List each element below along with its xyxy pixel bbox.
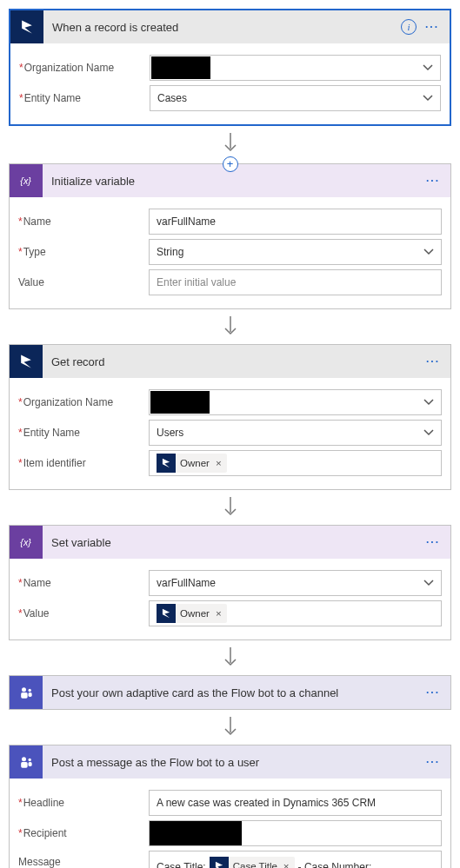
post-message-card[interactable]: Post a message as the Flow bot to a user…: [9, 745, 451, 868]
entity-name-label: Entity Name: [19, 92, 150, 104]
post-message-header[interactable]: Post a message as the Flow bot to a user…: [10, 745, 450, 779]
trigger-header[interactable]: When a record is created i ···: [10, 10, 450, 43]
get-record-card[interactable]: Get record ··· Organization Name Entity …: [9, 344, 451, 490]
get-record-header[interactable]: Get record ···: [10, 345, 450, 378]
dynamics-icon: [210, 857, 229, 868]
connector-arrow: [9, 490, 451, 525]
svg-text:{x}: {x}: [20, 537, 31, 547]
redacted-value: [150, 391, 210, 414]
chevron-down-icon: [423, 397, 434, 407]
more-menu[interactable]: ···: [423, 21, 441, 33]
svg-point-11: [22, 757, 26, 761]
type-select[interactable]: String: [149, 239, 442, 265]
more-menu[interactable]: ···: [424, 536, 442, 548]
post-adaptive-title: Post your own adaptive card as the Flow …: [43, 686, 424, 699]
remove-token-icon[interactable]: ×: [214, 608, 222, 619]
svg-rect-13: [21, 762, 28, 768]
value-label: Value: [18, 276, 149, 288]
set-var-header[interactable]: {x} Set variable ···: [10, 526, 450, 559]
value-input[interactable]: Enter initial value: [149, 269, 442, 295]
item-id-input[interactable]: Owner ×: [149, 450, 442, 476]
svg-point-7: [29, 689, 31, 692]
redacted-value: [151, 56, 210, 79]
svg-point-12: [29, 759, 31, 761]
connector-arrow: [9, 126, 451, 161]
variable-icon: {x}: [10, 164, 43, 197]
chevron-down-icon: [423, 93, 433, 103]
svg-text:{x}: {x}: [20, 176, 31, 186]
connector-arrow: [9, 309, 451, 344]
type-label: Type: [18, 246, 149, 258]
dynamics-icon: [10, 10, 43, 43]
redacted-value: [150, 821, 242, 845]
remove-token-icon[interactable]: ×: [282, 857, 290, 869]
info-icon[interactable]: i: [401, 19, 417, 35]
message-text: - Case Number:: [298, 857, 372, 868]
dynamic-token[interactable]: Owner ×: [157, 604, 227, 623]
trigger-card[interactable]: When a record is created i ··· Organizat…: [9, 9, 451, 126]
set-var-title: Set variable: [43, 536, 424, 549]
more-menu[interactable]: ···: [424, 756, 442, 768]
value-label: Value: [18, 607, 149, 620]
entity-name-select[interactable]: Cases: [150, 85, 441, 111]
svg-point-6: [22, 687, 26, 692]
org-name-label: Organization Name: [18, 396, 149, 408]
recipient-input[interactable]: [149, 820, 442, 846]
org-name-label: Organization Name: [19, 62, 150, 74]
connector-arrow: [9, 710, 451, 745]
chevron-down-icon: [423, 63, 433, 73]
entity-name-value: Cases: [157, 92, 187, 104]
message-label: Message: [18, 851, 149, 868]
headline-input[interactable]: A new case was created in Dynamics 365 C…: [149, 790, 442, 816]
headline-label: Headline: [18, 797, 149, 809]
entity-name-select[interactable]: Users: [149, 420, 442, 446]
more-menu[interactable]: ···: [424, 686, 442, 699]
org-name-select[interactable]: [150, 55, 441, 81]
chevron-down-icon: [423, 247, 434, 257]
chevron-down-icon: [423, 427, 434, 438]
remove-token-icon[interactable]: ×: [214, 458, 222, 468]
init-var-title: Initialize variable: [43, 175, 424, 188]
dynamics-icon: [157, 454, 176, 473]
message-text: Case Title:: [157, 857, 206, 868]
trigger-title: When a record is created: [43, 21, 401, 34]
svg-rect-8: [21, 692, 28, 699]
dynamics-icon: [157, 604, 176, 623]
org-name-select[interactable]: [149, 389, 442, 415]
name-input[interactable]: varFullName: [149, 209, 442, 235]
dynamic-token[interactable]: Owner ×: [157, 454, 227, 473]
trigger-body: Organization Name Entity Name Cases: [10, 43, 450, 124]
chevron-down-icon: [423, 578, 434, 588]
get-record-title: Get record: [43, 355, 424, 368]
svg-rect-14: [29, 762, 32, 766]
message-input[interactable]: Case Title: Case Title × - Case Number: …: [149, 851, 442, 868]
item-id-label: Item identifier: [18, 457, 149, 469]
post-message-title: Post a message as the Flow bot to a user: [43, 756, 424, 769]
teams-icon: [10, 745, 43, 779]
value-input[interactable]: Owner ×: [149, 600, 442, 626]
more-menu[interactable]: ···: [424, 355, 442, 368]
name-select[interactable]: varFullName: [149, 570, 442, 596]
entity-name-label: Entity Name: [18, 427, 149, 439]
post-adaptive-card[interactable]: Post your own adaptive card as the Flow …: [9, 675, 451, 710]
add-step-button[interactable]: +: [223, 156, 238, 172]
recipient-label: Recipient: [18, 827, 149, 839]
connector-arrow: [9, 640, 451, 675]
post-adaptive-header[interactable]: Post your own adaptive card as the Flow …: [10, 676, 450, 709]
svg-rect-9: [29, 692, 32, 697]
more-menu[interactable]: ···: [424, 175, 442, 187]
name-label: Name: [18, 577, 149, 589]
init-var-card[interactable]: {x} Initialize variable ··· Name varFull…: [9, 163, 451, 309]
teams-icon: [10, 676, 43, 709]
dynamic-token[interactable]: Case Title ×: [210, 857, 295, 868]
variable-icon: {x}: [10, 526, 43, 559]
dynamics-icon: [10, 345, 43, 378]
set-var-card[interactable]: {x} Set variable ··· Name varFullName Va…: [9, 525, 451, 640]
name-label: Name: [18, 215, 149, 228]
